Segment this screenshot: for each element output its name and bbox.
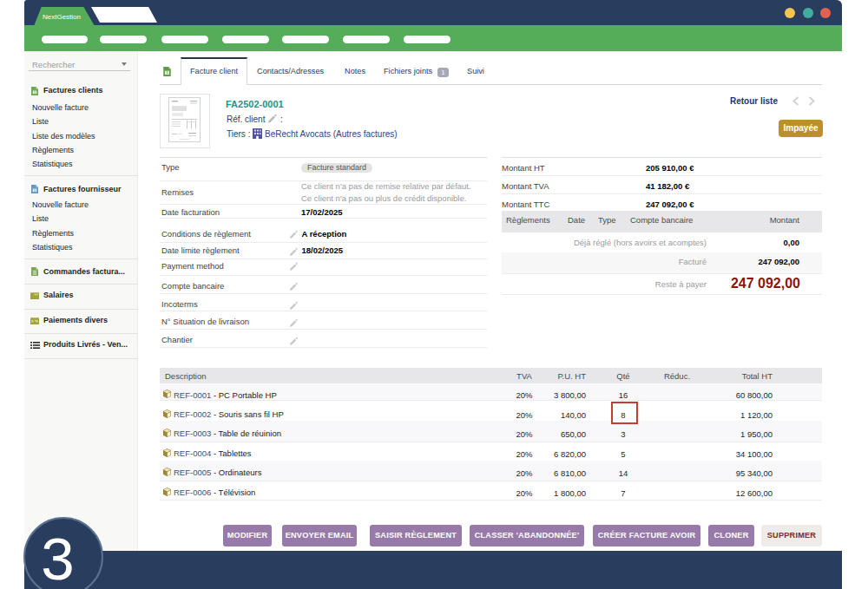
svg-text:1: 1 [34, 91, 36, 95]
svg-text:1: 1 [34, 189, 36, 193]
svg-text:$=: $= [33, 319, 36, 323]
